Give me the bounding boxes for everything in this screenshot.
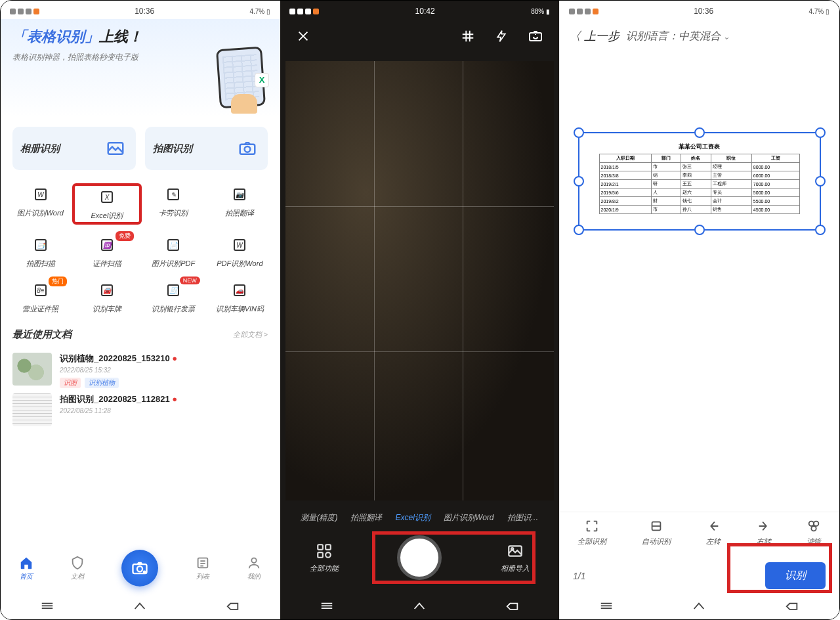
crop-frame[interactable]: 某某公司工资表 入职日期部门姓名职位工资2018/1/5市张三经理8000.00… bbox=[578, 132, 821, 231]
doc-name: 识别植物_20220825_153210 ● bbox=[60, 353, 268, 365]
svg-text:8≡: 8≡ bbox=[37, 287, 45, 294]
tool-4[interactable]: 📑拍图扫描 bbox=[7, 235, 74, 269]
status-time: 10:36 bbox=[694, 7, 713, 16]
camera-recognize-label: 拍图识别 bbox=[153, 143, 192, 155]
crop-tool-3[interactable]: 右转 bbox=[757, 519, 771, 546]
crop-handle[interactable] bbox=[574, 176, 584, 187]
tool-icon: W bbox=[230, 235, 249, 255]
sys-back-icon[interactable] bbox=[785, 601, 799, 610]
sys-home-icon[interactable] bbox=[692, 601, 706, 610]
recent-doc[interactable]: 拍图识别_20220825_112821 ● 2022/08/25 11:28 bbox=[12, 393, 268, 426]
status-time: 10:36 bbox=[135, 7, 154, 16]
svg-text:🆔: 🆔 bbox=[102, 241, 113, 250]
crop-handle[interactable] bbox=[574, 225, 584, 235]
recognize-button[interactable]: 识别 bbox=[765, 562, 826, 589]
nav-camera-button[interactable] bbox=[121, 550, 158, 587]
crop-handle[interactable] bbox=[574, 127, 584, 138]
crop-handle[interactable] bbox=[815, 225, 826, 235]
tool-8[interactable]: 热门8≡营业证件照 bbox=[7, 280, 74, 314]
system-nav bbox=[280, 594, 559, 619]
tool-11[interactable]: 🚗识别车辆VIN码 bbox=[207, 280, 273, 314]
crop-handle[interactable] bbox=[694, 127, 705, 138]
chevron-down-icon: ⌄ bbox=[723, 32, 730, 41]
status-right: 4.7% ▯ bbox=[808, 8, 830, 15]
flip-camera-icon[interactable] bbox=[528, 28, 543, 48]
tool-icon: 🆔 bbox=[97, 235, 117, 255]
album-icon bbox=[103, 136, 128, 161]
flash-icon[interactable] bbox=[495, 29, 508, 47]
crop-tool-4[interactable]: 滤镜 bbox=[807, 519, 821, 546]
tool-icon: 📷 bbox=[230, 185, 249, 204]
tool-icon: 🚗 bbox=[230, 280, 249, 300]
crop-handle[interactable] bbox=[815, 176, 826, 187]
language-selector[interactable]: 识别语言：中英混合 ⌄ bbox=[626, 30, 730, 43]
tool-3[interactable]: 📷拍照翻译 bbox=[207, 185, 273, 223]
doc-tag[interactable]: 识别植物 bbox=[85, 378, 119, 388]
crop-handle[interactable] bbox=[815, 127, 826, 138]
svg-point-36 bbox=[326, 552, 331, 558]
recent-doc[interactable]: 识别植物_20220825_153210 ● 2022/08/25 15:32 … bbox=[12, 353, 268, 388]
svg-text:📑: 📑 bbox=[36, 241, 47, 250]
svg-rect-32 bbox=[530, 33, 541, 41]
svg-text:✎: ✎ bbox=[171, 191, 176, 198]
svg-text:🧾: 🧾 bbox=[169, 286, 179, 295]
crop-handle[interactable] bbox=[694, 225, 705, 235]
crop-tool-1[interactable]: 自动识别 bbox=[642, 519, 671, 546]
doc-time: 2022/08/25 11:28 bbox=[60, 407, 268, 414]
page-indicator: 1/1 bbox=[573, 571, 585, 581]
tool-5[interactable]: 免费🆔证件扫描 bbox=[74, 235, 140, 269]
sys-menu-icon[interactable] bbox=[599, 601, 614, 610]
camera-mode[interactable]: 拍照翻译 bbox=[350, 512, 382, 523]
tool-7[interactable]: WPDF识别Word bbox=[207, 235, 273, 269]
svg-point-31 bbox=[251, 558, 256, 562]
crop-tool-0[interactable]: 全部识别 bbox=[578, 519, 606, 546]
back-button[interactable]: 〈 上一步 bbox=[569, 28, 620, 44]
camera-icon bbox=[235, 136, 260, 161]
nav-me[interactable]: 我的 bbox=[247, 556, 261, 581]
camera-modes[interactable]: 测量(精度)拍照翻译Excel识别图片识别Word拍图识… bbox=[280, 504, 559, 531]
nav-docs[interactable]: 文档 bbox=[70, 556, 85, 581]
tool-label: PDF识别Word bbox=[217, 259, 262, 269]
banner-title-blue: 「表格识别」 bbox=[12, 28, 99, 45]
tool-10[interactable]: NEW🧾识别银行发票 bbox=[140, 280, 207, 314]
nav-home[interactable]: 首页 bbox=[19, 556, 33, 581]
tool-icon: X bbox=[97, 187, 117, 207]
doc-tag[interactable]: 识图 bbox=[60, 378, 81, 388]
svg-point-41 bbox=[814, 521, 818, 526]
camera-recognize-button[interactable]: 拍图识别 bbox=[145, 127, 268, 170]
tool-label: 证件扫描 bbox=[93, 259, 121, 269]
system-nav bbox=[1, 594, 280, 619]
camera-mode[interactable]: 图片识别Word bbox=[444, 512, 494, 523]
sys-home-icon[interactable] bbox=[412, 601, 427, 610]
sys-back-icon[interactable] bbox=[505, 601, 520, 610]
crop-tool-2[interactable]: 左转 bbox=[706, 519, 721, 546]
doc-time: 2022/08/25 15:32 bbox=[60, 366, 268, 374]
camera-mode[interactable]: Excel识别 bbox=[395, 512, 430, 523]
album-recognize-button[interactable]: 相册识别 bbox=[12, 127, 136, 170]
svg-rect-33 bbox=[318, 544, 323, 550]
tool-9[interactable]: 🚘识别车牌 bbox=[74, 280, 140, 314]
camera-mode[interactable]: 拍图识… bbox=[507, 512, 539, 523]
all-functions-button[interactable]: 全部功能 bbox=[310, 542, 339, 573]
sys-back-icon[interactable] bbox=[226, 601, 240, 610]
tool-icon: ✎ bbox=[163, 185, 183, 204]
sys-menu-icon[interactable] bbox=[40, 601, 54, 610]
tool-2[interactable]: ✎卡劳识别 bbox=[140, 185, 207, 223]
camera-mode[interactable]: 测量(精度) bbox=[301, 512, 337, 523]
tool-label: 图片识别Word bbox=[17, 208, 63, 218]
tool-label: 识别车牌 bbox=[93, 304, 121, 314]
grid-icon[interactable] bbox=[461, 29, 475, 47]
tool-0[interactable]: W图片识别Word bbox=[7, 185, 74, 223]
sys-menu-icon[interactable] bbox=[320, 601, 334, 610]
banner[interactable]: 「表格识别」上线！ 表格识别神器，拍照表格秒变电子版 X bbox=[1, 19, 280, 118]
nav-list[interactable]: 列表 bbox=[196, 556, 210, 581]
svg-text:X: X bbox=[104, 194, 110, 201]
svg-point-40 bbox=[809, 521, 814, 526]
sys-home-icon[interactable] bbox=[133, 601, 147, 610]
camera-viewfinder[interactable] bbox=[285, 61, 554, 500]
svg-text:📷: 📷 bbox=[235, 190, 245, 199]
tool-6[interactable]: 📄图片识别PDF bbox=[140, 235, 207, 269]
recent-more[interactable]: 全部文档 > bbox=[233, 330, 268, 340]
close-icon[interactable] bbox=[296, 29, 310, 47]
tool-1[interactable]: XExcel识别 bbox=[74, 185, 140, 223]
